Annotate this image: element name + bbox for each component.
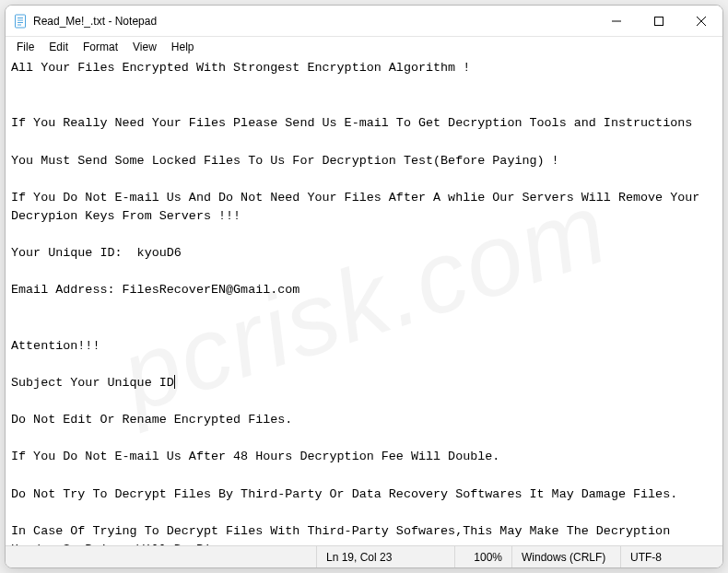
menu-view[interactable]: View	[125, 39, 164, 55]
svg-rect-0	[16, 15, 26, 28]
close-icon	[697, 17, 706, 26]
notepad-window: Read_Me!_.txt - Notepad File Edit Format…	[5, 5, 723, 568]
text-after-caret: Do Not Edit Or Rename Encrypted Files. I…	[11, 413, 677, 545]
window-controls	[595, 6, 722, 36]
minimize-icon	[612, 17, 621, 26]
status-zoom: 100%	[455, 546, 512, 567]
text-caret	[174, 375, 175, 389]
titlebar: Read_Me!_.txt - Notepad	[6, 6, 722, 37]
menubar: File Edit Format View Help	[6, 37, 722, 57]
minimize-button[interactable]	[595, 6, 638, 36]
notepad-icon	[13, 14, 28, 29]
status-spacer	[6, 546, 317, 567]
maximize-icon	[654, 17, 663, 26]
status-encoding: UTF-8	[621, 546, 722, 567]
menu-file[interactable]: File	[9, 39, 41, 55]
text-before-caret: All Your Files Encrypted With Strongest …	[11, 61, 707, 390]
status-position: Ln 19, Col 23	[317, 546, 455, 567]
menu-help[interactable]: Help	[164, 39, 202, 55]
status-line-ending: Windows (CRLF)	[512, 546, 621, 567]
menu-edit[interactable]: Edit	[41, 39, 76, 55]
statusbar: Ln 19, Col 23 100% Windows (CRLF) UTF-8	[6, 545, 722, 567]
text-area[interactable]: All Your Files Encrypted With Strongest …	[6, 57, 722, 545]
menu-format[interactable]: Format	[76, 39, 125, 55]
window-title: Read_Me!_.txt - Notepad	[33, 15, 595, 28]
close-button[interactable]	[680, 6, 722, 36]
svg-rect-6	[655, 17, 663, 25]
maximize-button[interactable]	[638, 6, 680, 36]
